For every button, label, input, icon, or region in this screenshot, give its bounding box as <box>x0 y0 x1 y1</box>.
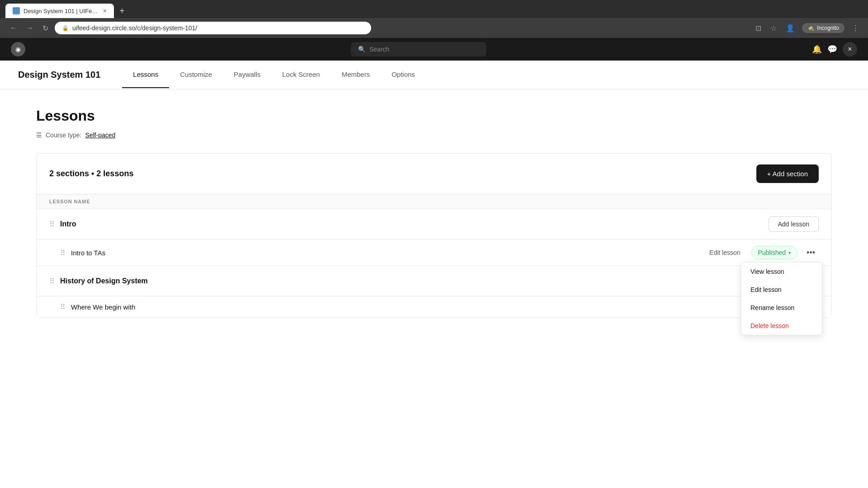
chat-bubble-icon[interactable]: 💬 <box>827 44 837 54</box>
nav-members[interactable]: Members <box>331 61 381 88</box>
nav-lock-screen[interactable]: Lock Screen <box>271 61 330 88</box>
page-title: Lessons <box>36 108 832 124</box>
more-options-button-intro-to-tas[interactable]: ••• <box>803 246 819 259</box>
browser-chrome: Design System 101 | UIFeed Des... × + ← … <box>0 0 868 38</box>
section-left: ⠿ Intro <box>49 220 76 229</box>
nav-lessons[interactable]: Lessons <box>122 61 169 88</box>
section-left-history: ⠿ History of Design System <box>49 277 148 286</box>
drag-handle-history[interactable]: ⠿ <box>49 277 55 286</box>
drag-handle-intro-to-tas[interactable]: ⠿ <box>60 249 66 257</box>
dropdown-rename-lesson[interactable]: Rename lesson <box>741 299 822 317</box>
published-badge[interactable]: Published ▾ <box>751 246 798 259</box>
edit-lesson-link-intro-to-tas[interactable]: Edit lesson <box>709 249 740 256</box>
dropdown-edit-lesson[interactable]: Edit lesson <box>741 281 822 299</box>
notifications-bell-icon[interactable]: 🔔 <box>812 44 822 54</box>
search-icon: 🔍 <box>358 46 366 53</box>
close-tab-button[interactable]: × <box>103 7 107 14</box>
app-topbar: ◉ 🔍 Search 🔔 💬 × <box>0 38 868 61</box>
lesson-row-intro-to-tas: ⠿ Intro to TAs Edit lesson Published ▾ •… <box>37 239 831 266</box>
address-url: uifeed-design.circle.so/c/design-system-… <box>72 24 364 32</box>
address-bar[interactable]: 🔒 uifeed-design.circle.so/c/design-syste… <box>55 22 371 34</box>
nav-customize[interactable]: Customize <box>169 61 223 88</box>
tab-bar: Design System 101 | UIFeed Des... × + <box>0 0 868 18</box>
lessons-count: 2 sections • 2 lessons <box>49 169 133 178</box>
active-tab[interactable]: Design System 101 | UIFeed Des... × <box>5 4 114 18</box>
course-type-label: Course type: <box>46 131 81 139</box>
search-placeholder: Search <box>369 46 389 53</box>
lesson-left: ⠿ Intro to TAs <box>60 249 105 257</box>
lock-icon: 🔒 <box>62 25 69 31</box>
tab-title: Design System 101 | UIFeed Des... <box>24 8 99 14</box>
published-label: Published <box>758 249 786 256</box>
back-button[interactable]: ← <box>7 22 20 34</box>
lesson-name-where: Where We begin with <box>71 303 135 311</box>
incognito-button[interactable]: 🕵️ Incognito <box>802 23 844 33</box>
profile-icon[interactable]: 👤 <box>784 22 797 34</box>
drag-handle-where[interactable]: ⠿ <box>60 303 66 311</box>
app-title: Design System 101 <box>18 70 100 80</box>
lesson-row-where-we-begin: ⠿ Where We begin with <box>37 296 831 318</box>
tab-favicon <box>13 7 20 14</box>
topbar-actions: 🔔 💬 × <box>812 42 857 56</box>
drag-handle-intro[interactable]: ⠿ <box>49 220 55 229</box>
lessons-container: 2 sections • 2 lessons + Add section LES… <box>36 153 832 318</box>
app-container: Design System 101 Lessons Customize Payw… <box>0 61 868 336</box>
incognito-label: Incognito <box>817 25 839 31</box>
course-type-row: ☰ Course type: Self-paced <box>36 131 832 139</box>
section-name-intro: Intro <box>60 220 76 228</box>
lesson-name-intro-to-tas: Intro to TAs <box>71 249 105 257</box>
app-logo: ◉ <box>11 42 25 56</box>
nav-options[interactable]: Options <box>381 61 426 88</box>
browser-actions: ⊡ ☆ 👤 🕵️ Incognito ⋮ <box>754 22 861 34</box>
cast-icon[interactable]: ⊡ <box>754 22 763 34</box>
nav-paywalls[interactable]: Paywalls <box>223 61 271 88</box>
lessons-header: 2 sections • 2 lessons + Add section <box>37 154 831 194</box>
refresh-button[interactable]: ↻ <box>40 22 51 34</box>
topbar-search-area: 🔍 Search <box>33 42 805 56</box>
section-name-history: History of Design System <box>60 277 148 285</box>
lesson-left-where: ⠿ Where We begin with <box>60 303 135 311</box>
app-nav: Lessons Customize Paywalls Lock Screen M… <box>122 61 426 88</box>
bookmark-icon[interactable]: ☆ <box>769 22 778 34</box>
section-row-intro: ⠿ Intro Add lesson <box>37 209 831 239</box>
incognito-icon: 🕵️ <box>807 25 814 31</box>
section-row-history: ⠿ History of Design System Add lesson <box>37 266 831 296</box>
course-type-icon: ☰ <box>36 131 42 139</box>
chevron-down-icon: ▾ <box>788 250 791 255</box>
forward-button[interactable]: → <box>24 22 36 34</box>
browser-menu-button[interactable]: ⋮ <box>850 22 861 34</box>
lesson-right: Edit lesson Published ▾ ••• <box>709 246 819 259</box>
new-tab-button[interactable]: + <box>116 4 128 18</box>
content-area: Lessons ☰ Course type: Self-paced 2 sect… <box>0 89 868 336</box>
app-header: Design System 101 Lessons Customize Payw… <box>0 61 868 89</box>
browser-toolbar: ← → ↻ 🔒 uifeed-design.circle.so/c/design… <box>0 18 868 38</box>
add-lesson-button-intro[interactable]: Add lesson <box>769 216 819 232</box>
context-dropdown-menu: View lesson Edit lesson Rename lesson De… <box>741 262 822 335</box>
close-panel-button[interactable]: × <box>843 42 857 56</box>
dropdown-view-lesson[interactable]: View lesson <box>741 263 822 281</box>
search-box[interactable]: 🔍 Search <box>351 42 486 56</box>
table-col-header: LESSON NAME <box>37 194 831 209</box>
course-type-value[interactable]: Self-paced <box>85 131 115 139</box>
dropdown-delete-lesson[interactable]: Delete lesson <box>741 317 822 335</box>
add-section-button[interactable]: + Add section <box>756 164 819 183</box>
